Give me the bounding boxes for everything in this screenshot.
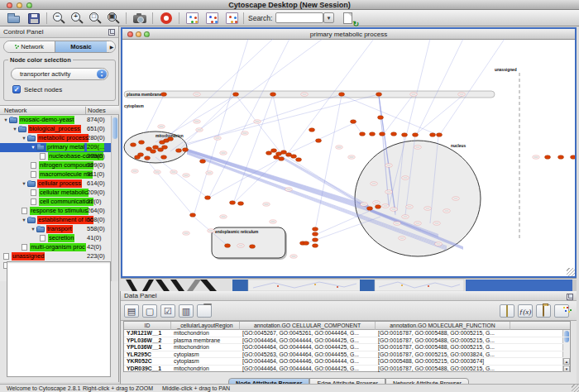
tree-item[interactable]: secretion41(0) [0,234,111,243]
tree-item[interactable]: cell communication22(0) [0,198,111,207]
network-edge[interactable] [185,151,369,210]
network-node-selected[interactable] [367,207,373,211]
new-attribute-icon[interactable]: ▢ [142,304,157,318]
network-node-selected[interactable] [270,93,276,97]
network-node-selected[interactable] [402,133,408,137]
network-edge[interactable] [285,122,357,155]
network-node-selected[interactable] [190,213,196,218]
network-node-selected[interactable] [161,93,167,97]
network-edge[interactable] [233,95,273,203]
tree-item[interactable]: response to stimulus264(0) [0,207,111,216]
open-attribute-icon[interactable] [536,304,551,318]
region-nucleus[interactable] [355,141,481,256]
network-node-selected[interactable] [558,155,564,160]
zoom-fit-icon[interactable]: □ [86,10,104,26]
network-node-selected[interactable] [161,155,167,160]
network-node-selected[interactable] [376,205,381,209]
snapshot-icon[interactable] [131,10,149,26]
attribute-batch-icon[interactable]: ▥ [179,304,194,318]
table-row[interactable]: YPL036W__1mitochondrion[GO:0044464, GO:0… [124,344,570,351]
tree-item[interactable]: multi-organism proc42(0) [0,243,111,252]
zoom-out-icon[interactable]: − [50,10,68,26]
network-edge[interactable] [156,157,208,198]
network-edge[interactable] [179,94,236,151]
table-row[interactable]: YKR052Ccytoplasm[GO:0044464, GO:0044446,… [124,358,570,366]
expand-arrow-icon[interactable]: ▼ [12,125,18,134]
network-node-selected[interactable] [430,133,436,137]
tree-item[interactable]: ▼transport558(0) [0,225,111,234]
tree-item[interactable]: cellular metabolic209(0) [0,189,111,198]
network-node-selected[interactable] [168,137,174,141]
network-node-selected[interactable] [313,227,318,232]
network-node-selected[interactable] [176,149,182,153]
save-session-icon[interactable] [25,10,43,26]
tree-item[interactable]: ▼mosaic-demo-yeast874(0) [0,116,111,125]
network-node-selected[interactable] [200,160,206,164]
network-node-selected[interactable] [376,93,382,97]
network-edge[interactable] [342,95,438,135]
help-icon[interactable] [157,10,175,26]
tree-item[interactable]: ▼cellular process614(0) [0,179,111,189]
expand-network-icon[interactable] [223,10,242,26]
network-node-selected[interactable] [545,155,551,160]
network-node-selected[interactable] [135,155,141,160]
network-node-selected[interactable] [309,128,315,132]
tree-item[interactable]: ▼primary metabolic pr209(... [0,143,111,152]
network-node-selected[interactable] [233,93,239,97]
background-windows[interactable] [121,278,577,291]
table-row[interactable]: YJR121W__1mitochondrion[GO:0045267, GO:0… [124,330,570,337]
network-node-selected[interactable] [391,132,397,136]
float-panel-icon[interactable] [108,29,115,36]
network-node-selected[interactable] [266,151,272,155]
tree-item[interactable]: nucleobase-contain209(0) [0,152,111,161]
matrix-icon[interactable] [554,304,569,318]
tree-scrollbar[interactable] [111,116,118,281]
network-node-selected[interactable] [380,132,385,136]
network-node-selected[interactable] [296,158,302,162]
network-node-selected[interactable] [145,156,151,160]
network-node-selected[interactable] [279,157,285,161]
network-node-selected[interactable] [316,139,322,143]
table-column-header[interactable]: annotation.GO CELLULAR_COMPONENT [240,322,376,330]
search-input[interactable] [275,12,323,23]
table-row[interactable]: YLR295Ccytoplasm[GO:0045263, GO:0044464,… [124,351,570,359]
network-edge[interactable] [185,151,369,210]
network-node-selected[interactable] [281,151,287,155]
network-edge[interactable] [281,157,368,207]
table-row[interactable]: YPL036W__2plasma membrane[GO:0044464, GO… [124,337,570,345]
window-resize-grip[interactable] [567,268,575,276]
region-plasma-membrane[interactable] [124,91,495,98]
network-node-selected[interactable] [291,155,297,159]
network-node-selected[interactable] [153,146,159,150]
network-node-selected[interactable] [351,120,356,124]
tree-item[interactable]: macromolecule me311(0) [0,170,111,179]
network-node-selected[interactable] [225,244,231,248]
select-attributes-icon[interactable]: ☑ [160,304,175,318]
zoom-in-icon[interactable]: + [68,10,86,26]
network-node-selected[interactable] [271,149,277,153]
network-node-selected[interactable] [238,202,244,206]
network-node-selected[interactable] [139,141,145,145]
import-table-icon[interactable]: ▤ [124,304,139,318]
tree-item[interactable]: ▼metabolic process280(0) [0,134,111,143]
expand-arrow-icon[interactable]: ▼ [21,179,27,189]
select-nodes-checkbox[interactable]: ✓ [12,85,21,93]
open-session-icon[interactable] [5,10,23,26]
tab-network[interactable]: Network [4,41,55,52]
network-node-selected[interactable] [160,141,165,145]
expand-arrow-icon[interactable]: ▼ [21,216,27,225]
network-edge[interactable] [416,39,463,136]
expand-arrow-icon[interactable]: ▼ [21,134,27,143]
tree-item[interactable]: ▼establishment of loc558(0) [0,216,111,225]
network-node-selected[interactable] [360,132,366,136]
tree-header[interactable]: Network Nodes [0,105,119,115]
app-titlebar[interactable]: Cytoscape Desktop (New Session) [0,0,579,10]
network-edge[interactable] [439,39,505,136]
network-node-selected[interactable] [151,150,156,154]
network-node-selected[interactable] [339,93,345,97]
network-edge[interactable] [281,156,368,205]
network-edge[interactable] [236,95,283,155]
tree-item[interactable]: ▼biological_process651(0) [0,125,111,134]
attribute-table[interactable]: ▲ ▼ ID_cellularLayoutRegionannotation.GO… [123,321,571,372]
node-color-dropdown[interactable]: transporter activity ▲▼ [11,68,108,80]
